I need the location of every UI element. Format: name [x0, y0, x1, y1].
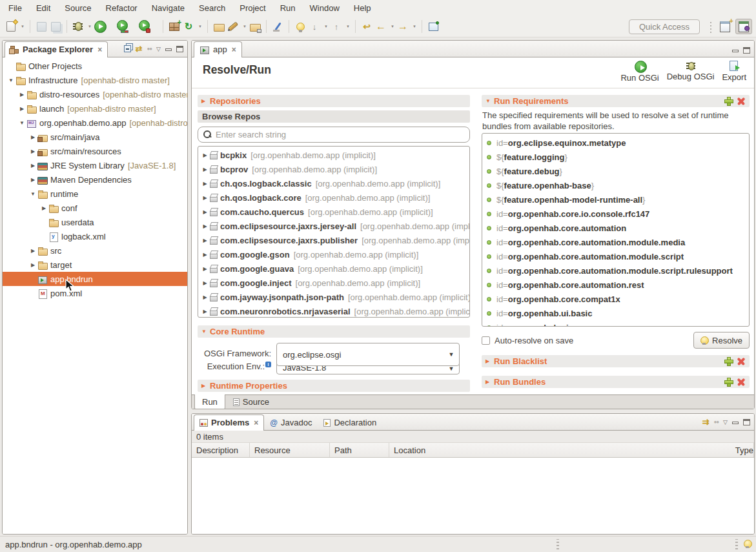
section-runtime-properties[interactable]: ▶ Runtime Properties	[198, 380, 470, 392]
lightbulb-icon[interactable]	[744, 540, 751, 548]
tree-item[interactable]: logback.xml	[3, 229, 187, 243]
requirement-item[interactable]: id= org.openhab.ui.paper	[482, 320, 749, 327]
filter-icon[interactable]: ⇉	[702, 417, 710, 427]
tree-item[interactable]: ▶ distro-resources [openhab-distro maste…	[3, 87, 187, 101]
collapse-all-icon[interactable]	[124, 45, 131, 52]
add-bundle-icon[interactable]	[724, 377, 733, 387]
menu-item[interactable]: File	[1, 1, 29, 15]
repo-item[interactable]: ▶ com.neuronrobotics.nrjavaserial [org.o…	[198, 304, 469, 318]
requirement-item[interactable]: id= org.openhab.core.automation.module.m…	[482, 235, 749, 249]
open-resource-icon[interactable]	[212, 19, 226, 34]
osgi-framework-combo[interactable]: org.eclipse.osgi ▼	[276, 343, 460, 366]
tree-item[interactable]: ▶ src/main/java	[3, 130, 187, 144]
menu-item[interactable]: Source	[57, 1, 98, 15]
section-run-requirements[interactable]: ▼ Run Requirements	[482, 95, 750, 107]
repo-item[interactable]: ▶ com.caucho.quercus [org.openhab.demo.a…	[198, 205, 469, 219]
view-menu-icon[interactable]: ▽	[156, 46, 161, 52]
tree-expander-icon[interactable]: ▶	[201, 209, 209, 215]
menu-item[interactable]: Navigate	[145, 1, 192, 15]
requirement-item[interactable]: id= org.openhab.core.io.console.rfc147	[482, 207, 749, 221]
minimize-icon[interactable]	[732, 50, 739, 52]
separator[interactable]	[163, 20, 163, 33]
last-edit-location-icon[interactable]	[360, 19, 374, 34]
section-repositories[interactable]: ▶ Repositories	[198, 95, 470, 107]
minimize-icon[interactable]	[732, 422, 739, 424]
debug-osgi-button[interactable]: Debug OSGi	[667, 61, 715, 83]
column-header[interactable]: Path	[330, 443, 389, 457]
repo-item[interactable]: ▶ com.google.inject [org.openhab.demo.ap…	[198, 276, 469, 290]
tab-javadoc[interactable]: @ Javadoc	[264, 414, 318, 431]
tree-item[interactable]: ▶ target	[3, 258, 187, 272]
requirement-item[interactable]: id= org.openhab.core.compat1x	[482, 292, 749, 306]
tree-item[interactable]: pom.xml	[3, 286, 187, 300]
tree-expander-icon[interactable]: ▶	[17, 106, 26, 112]
tree-expander-icon[interactable]: ▶	[201, 167, 209, 172]
tree-expander-icon[interactable]: ▶	[201, 195, 209, 201]
tab-run[interactable]: Run	[194, 394, 225, 409]
requirement-item[interactable]: id= org.openhab.core.automation.module.s…	[482, 249, 749, 263]
tree-expander-icon[interactable]: ▶	[201, 223, 209, 229]
search-input[interactable]	[216, 130, 464, 139]
java-perspective-icon[interactable]	[735, 19, 752, 34]
menu-item[interactable]: Search	[192, 1, 232, 15]
annotate-icon[interactable]	[226, 19, 240, 34]
section-core-runtime[interactable]: ▼ Core Runtime	[198, 325, 470, 338]
repo-item[interactable]: ▶ bcpkix [org.openhab.demo.app (implicit…	[198, 148, 469, 162]
tree-expander-icon[interactable]: ▶	[28, 134, 37, 140]
tree-item[interactable]: app.bndrun	[3, 272, 187, 286]
separator[interactable]	[289, 20, 289, 33]
status-grip[interactable]	[735, 539, 738, 549]
menu-item[interactable]: Edit	[29, 1, 57, 15]
maximize-icon[interactable]	[176, 46, 183, 52]
status-grip[interactable]	[557, 539, 559, 549]
tree-expander-icon[interactable]: ▶	[39, 205, 48, 211]
tab-source[interactable]: Source	[225, 394, 277, 409]
separator[interactable]	[266, 20, 267, 33]
pin-editor-icon[interactable]	[426, 19, 440, 34]
open-perspective-icon[interactable]	[717, 19, 733, 34]
tree-expander-icon[interactable]: ▶	[201, 252, 209, 258]
tab-problems[interactable]: Problems ×	[194, 414, 264, 431]
requirement-item[interactable]: ${ feature.openhab-model-runtime-all }	[482, 192, 749, 207]
separator[interactable]	[422, 20, 422, 33]
tree-item[interactable]: ▼ runtime	[3, 187, 187, 201]
tree-expander-icon[interactable]: ▶	[28, 248, 37, 254]
section-run-bundles[interactable]: ▶ Run Bundles	[482, 376, 750, 388]
tree-expander-icon[interactable]: ▼	[28, 191, 37, 197]
run-osgi-button[interactable]: Run OSGi	[620, 61, 659, 83]
requirement-item[interactable]: ${ feature.debug }	[482, 164, 749, 178]
repo-item[interactable]: ▶ bcprov [org.openhab.demo.app (implicit…	[198, 162, 469, 176]
export-button[interactable]: Export	[722, 61, 746, 83]
open-type-icon[interactable]	[248, 19, 262, 34]
resolve-button[interactable]: Resolve	[693, 332, 750, 349]
tab-package-explorer[interactable]: Package Explorer ×	[5, 41, 108, 57]
separator[interactable]	[207, 20, 208, 33]
back-icon[interactable]	[374, 19, 388, 34]
menu-item[interactable]: Refactor	[99, 1, 145, 15]
tree-item[interactable]: ▶ src	[3, 243, 187, 258]
repo-item[interactable]: ▶ com.jayway.jsonpath.json-path [org.ope…	[198, 290, 469, 304]
tree-expander-icon[interactable]: ▶	[17, 92, 26, 97]
minimize-icon[interactable]	[165, 48, 172, 51]
requirement-item[interactable]: id= org.eclipse.equinox.metatype	[482, 136, 749, 150]
run-icon[interactable]	[93, 19, 107, 34]
tab-app-bndrun[interactable]: app ×	[194, 41, 242, 57]
debug-icon[interactable]	[71, 19, 85, 34]
forward-icon[interactable]	[396, 19, 410, 34]
tree-item[interactable]: ▼ org.openhab.demo.app [openhab-distro m…	[3, 116, 187, 130]
separator[interactable]	[355, 20, 356, 33]
mark-occurrences-icon[interactable]	[271, 19, 285, 34]
repo-item[interactable]: ▶ com.google.guava [org.openhab.demo.app…	[198, 261, 469, 276]
tree-item[interactable]: ▶ src/main/resources	[3, 144, 187, 158]
light-bulb-icon[interactable]	[293, 19, 307, 34]
repo-item[interactable]: ▶ com.eclipsesource.jaxrs.publisher [org…	[198, 233, 469, 247]
prev-annotation-icon[interactable]	[329, 19, 343, 34]
add-requirement-icon[interactable]	[724, 96, 733, 106]
remove-requirement-icon[interactable]	[737, 97, 746, 106]
quick-access-box[interactable]: Quick Access	[629, 19, 700, 34]
separator[interactable]	[30, 20, 30, 33]
tree-expander-icon[interactable]: ▶	[28, 177, 37, 183]
tree-expander-icon[interactable]: ▶	[28, 148, 37, 154]
focus-icon[interactable]: ●●	[147, 46, 152, 52]
repo-item[interactable]: ▶ com.google.gson [org.openhab.demo.app …	[198, 247, 469, 261]
